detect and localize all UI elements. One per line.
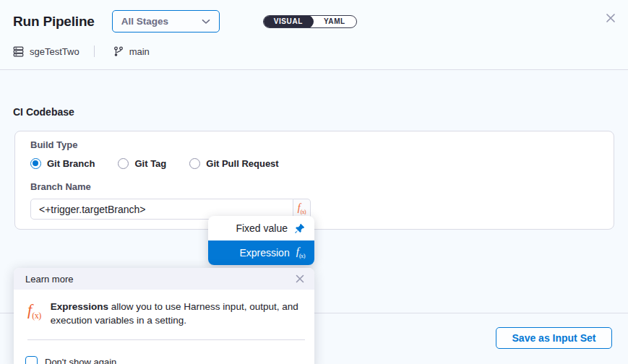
dont-show-again-checkbox[interactable] [25,356,38,364]
git-branch-icon [113,46,124,57]
save-as-input-set-button[interactable]: Save as Input Set [496,327,612,349]
ci-codebase-card: Build Type Git Branch Git Tag Git Pull R… [14,131,614,230]
fx-icon: f(x) [298,203,306,215]
learn-more-popover: Learn more f(x) Expressions allow you to… [14,268,314,364]
branch-name-label: Branch Name [30,181,598,192]
dont-show-again-row: Don't show again [25,356,314,364]
stage-select-value: All Stages [121,16,168,27]
page-title: Run Pipeline [13,14,95,30]
section-title-ci-codebase: CI Codebase [13,106,628,118]
radio-unselected-icon[interactable] [118,158,129,169]
popover-description: Expressions allow you to use Harness inp… [51,300,299,327]
fx-icon-large: f(x) [27,302,41,327]
modal-header: Run Pipeline All Stages VISUAL YAML [0,0,628,70]
popover-body: f(x) Expressions allow you to use Harnes… [14,290,314,327]
vertical-divider [94,46,95,57]
popover-header: Learn more [14,268,314,290]
visual-yaml-toggle: VISUAL YAML [263,15,357,28]
dont-show-again-label: Don't show again [45,357,116,364]
value-type-menu: Fixed value Expression f(x) [208,216,314,265]
build-type-radio-group: Git Branch Git Tag Git Pull Request [30,158,598,169]
radio-unselected-icon[interactable] [189,158,200,169]
toggle-visual[interactable]: VISUAL [263,15,314,28]
fx-icon: f(x) [296,246,305,259]
stage-select-dropdown[interactable]: All Stages [112,10,220,32]
branch-name: main [129,46,150,57]
repository-name: sgeTestTwo [30,46,79,57]
toggle-yaml[interactable]: YAML [313,16,356,27]
pipeline-meta: sgeTestTwo main [0,46,628,57]
radio-git-branch[interactable]: Git Branch [30,158,95,169]
popover-divider [27,339,305,340]
radio-git-pull-request[interactable]: Git Pull Request [189,158,278,169]
pin-icon [294,223,305,234]
repository-icon [13,46,24,57]
radio-selected-icon[interactable] [30,158,41,169]
chevron-down-icon [202,19,210,25]
menu-item-fixed-value[interactable]: Fixed value [208,216,314,240]
run-pipeline-modal: Run Pipeline All Stages VISUAL YAML [0,0,628,364]
build-type-label: Build Type [30,139,598,150]
radio-git-tag[interactable]: Git Tag [118,158,166,169]
popover-title: Learn more [25,274,73,285]
popover-close-icon[interactable] [296,274,304,283]
menu-item-expression[interactable]: Expression f(x) [208,240,314,265]
branch-name-input-group: f(x) [30,199,598,220]
close-icon[interactable] [606,13,616,23]
